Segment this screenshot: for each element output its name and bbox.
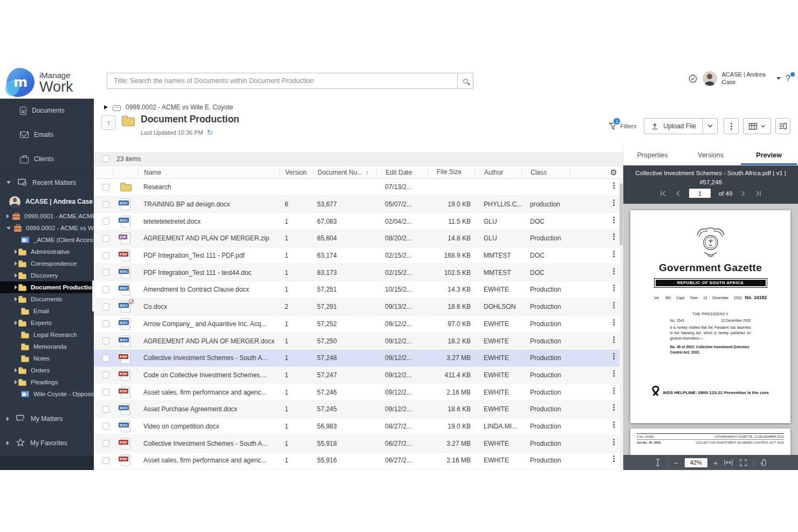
chevron-right-icon[interactable]	[15, 261, 17, 266]
sidebar-item-documents[interactable]: Documents	[0, 99, 94, 123]
prev-page-icon[interactable]	[675, 190, 681, 197]
document-name[interactable]: PDF Integration_Test 111 - test44.doc	[138, 269, 279, 277]
pan-icon[interactable]	[760, 458, 767, 467]
row-checkbox[interactable]	[102, 457, 109, 464]
more-options-button[interactable]	[724, 118, 739, 134]
tree-item-pleadings[interactable]: Pleadings	[0, 376, 94, 388]
row-checkbox[interactable]	[102, 269, 109, 276]
chevron-right-icon[interactable]	[15, 250, 17, 254]
chevron-right-icon[interactable]	[15, 297, 17, 301]
document-name[interactable]: Video on competition.docx	[138, 423, 279, 430]
refresh-icon[interactable]: ↻	[207, 129, 213, 136]
tree-item-correspondence[interactable]: Correspondence	[0, 258, 94, 270]
breadcrumb[interactable]: 0999.0002 - ACME vs Wile E. Coyote	[104, 103, 233, 111]
table-row[interactable]: DOCtetetetetetretet.docx167,08302/04/2..…	[94, 213, 623, 230]
search-button[interactable]	[457, 73, 473, 89]
chevron-right-icon[interactable]	[15, 380, 17, 384]
column-header-file-size[interactable]: File Size	[428, 168, 475, 176]
upload-options-button[interactable]	[703, 118, 718, 134]
chevron-right-icon[interactable]	[6, 214, 9, 218]
row-checkbox[interactable]	[102, 218, 109, 225]
row-checkbox[interactable]	[102, 184, 109, 191]
column-header-edit-date[interactable]: Edit Date	[376, 168, 428, 176]
table-row[interactable]: DOCVideo on competition.docx156,98308/27…	[94, 418, 623, 436]
chevron-down-icon[interactable]	[6, 227, 11, 230]
user-menu-caret-icon[interactable]	[776, 77, 781, 80]
select-all-checkbox[interactable]	[102, 155, 109, 162]
row-checkbox[interactable]	[102, 303, 109, 310]
navigate-up-button[interactable]: ↑	[101, 115, 116, 130]
row-menu-icon[interactable]	[613, 233, 615, 235]
row-checkbox[interactable]	[102, 371, 109, 378]
row-checkbox[interactable]	[102, 252, 109, 259]
zoom-level-input[interactable]	[685, 458, 707, 467]
sort-ascending-icon[interactable]: ↑	[366, 169, 369, 176]
text-select-icon[interactable]	[654, 458, 662, 467]
fit-width-icon[interactable]	[724, 459, 733, 466]
tree-item-acme-client-access[interactable]: _ACME (Client Access)	[0, 234, 94, 246]
document-name[interactable]: Asset sales, firm performance and agenc.…	[138, 457, 279, 464]
search-input[interactable]	[107, 73, 457, 89]
settings-icon[interactable]: ⚙	[610, 168, 617, 177]
chevron-right-icon[interactable]	[15, 273, 17, 278]
document-name[interactable]: TRAINING BP ad design.docx	[138, 201, 279, 208]
view-mode-button[interactable]	[743, 118, 771, 134]
row-menu-icon[interactable]	[613, 353, 615, 355]
sidebar-user-item[interactable]: ACASE | Andrea Case	[0, 193, 94, 210]
table-row[interactable]: PDFCollective Investment Schemes - South…	[94, 435, 623, 452]
document-name[interactable]: PDF Integration_Test 111 - PDF.pdf	[138, 252, 279, 259]
column-header-name[interactable]: Name	[138, 168, 279, 176]
column-header-author[interactable]: Author	[475, 168, 521, 176]
row-menu-icon[interactable]	[613, 404, 615, 406]
column-header-document-number[interactable]: Document Nu... ↑	[313, 168, 376, 176]
table-row[interactable]: DOCTRAINING BP ad design.docx653,67705/0…	[94, 196, 623, 213]
document-name[interactable]: Code on Collective Investment Schemes...…	[138, 371, 279, 379]
zoom-out-icon[interactable]: −	[674, 459, 679, 467]
chevron-right-icon[interactable]	[15, 321, 17, 325]
row-checkbox[interactable]	[102, 286, 109, 293]
table-row[interactable]: DOCAsset Purchase Agreement.docx157,2450…	[94, 401, 623, 418]
first-page-icon[interactable]	[659, 190, 666, 197]
sidebar-section-recent-matters[interactable]: Recent Matters	[0, 171, 94, 193]
side-panel-toggle-button[interactable]	[775, 118, 790, 134]
document-name[interactable]: Collective Investment Schemes - South A.…	[138, 440, 279, 447]
table-row[interactable]: DOCCo.docx257,29109/13/2...18.6 KBDOHLSO…	[94, 299, 623, 316]
tree-item-0999-0001-acme-acme-m[interactable]: 0999.0001 - ACME.ACME M	[0, 210, 94, 222]
row-menu-icon[interactable]	[613, 217, 615, 218]
tab-versions[interactable]: Versions	[682, 146, 740, 165]
chevron-right-icon[interactable]	[15, 368, 17, 372]
tree-item-0999-0002-acme-vs-wile[interactable]: 0999.0002 - ACME vs Wile	[0, 222, 94, 234]
tree-item-discovery[interactable]: Discovery	[0, 270, 94, 281]
row-checkbox[interactable]	[102, 389, 109, 396]
row-menu-icon[interactable]	[613, 455, 615, 457]
tree-item-memoranda[interactable]: Memoranda	[0, 341, 94, 353]
chevron-right-icon[interactable]	[6, 441, 9, 445]
next-page-icon[interactable]	[740, 190, 747, 197]
tree-item-legal-research[interactable]: Legal Research	[0, 329, 94, 341]
document-name[interactable]: Arrow Company_ and Aquantive Inc. Acq...	[138, 320, 279, 328]
tree-item-document-production[interactable]: Document Production	[0, 281, 94, 293]
row-menu-icon[interactable]	[613, 302, 615, 303]
tree-item-documents[interactable]: Documents	[0, 293, 94, 305]
row-checkbox[interactable]	[102, 440, 109, 447]
sidebar-item-clients[interactable]: Clients	[0, 147, 94, 171]
breadcrumb-label[interactable]: 0999.0002 - ACME vs Wile E. Coyote	[126, 103, 233, 111]
table-row[interactable]: Research07/13/2...	[94, 179, 623, 196]
row-menu-icon[interactable]	[613, 182, 615, 184]
document-name[interactable]: Collective Investment Schemes - South A.…	[138, 354, 279, 362]
row-menu-icon[interactable]	[613, 370, 615, 372]
table-row[interactable]: PDFCollective Investment Schemes - South…	[94, 350, 623, 367]
table-row[interactable]: DOCAGREEMENT AND PLAN OF MERGER.docx157,…	[94, 333, 623, 350]
tree-item-experts[interactable]: Experts	[0, 317, 94, 329]
row-menu-icon[interactable]	[613, 388, 615, 389]
document-name[interactable]: Amendment to Contract Clause.docx	[138, 286, 279, 293]
chevron-right-icon[interactable]	[15, 285, 17, 289]
table-row[interactable]: DOCArrow Company_ and Aquantive Inc. Acq…	[94, 316, 623, 333]
table-row[interactable]: DOCPDF Integration_Test 111 - test44.doc…	[94, 264, 623, 281]
document-name[interactable]: tetetetetetretet.docx	[138, 218, 279, 225]
row-menu-icon[interactable]	[613, 268, 615, 270]
chevron-right-icon[interactable]	[6, 417, 9, 421]
document-name[interactable]: AGREEMENT AND PLAN OF MERGER.zip	[138, 234, 279, 242]
zoom-in-icon[interactable]: +	[713, 459, 718, 467]
row-menu-icon[interactable]	[613, 251, 615, 252]
